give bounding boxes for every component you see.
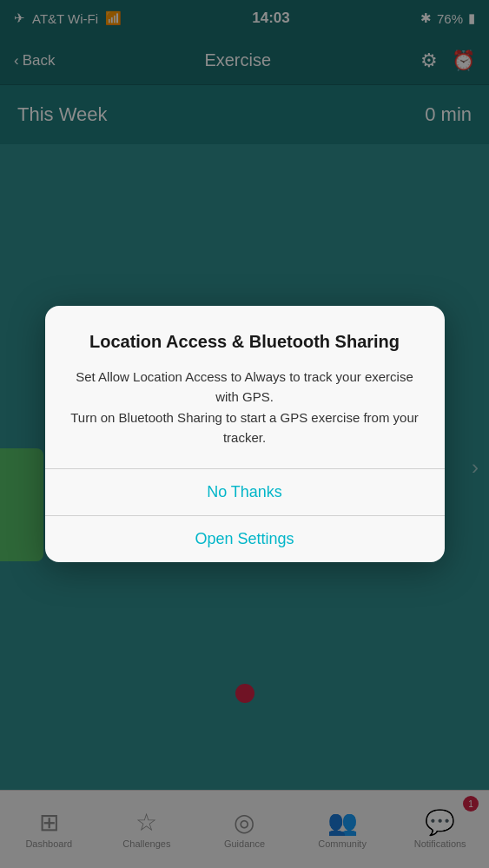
dialog-message: Set Allow Location Access to Always to t… [69,367,420,447]
dialog-content: Location Access & Bluetooth Sharing Set … [45,306,445,468]
no-thanks-button[interactable]: No Thanks [45,469,445,515]
open-settings-button[interactable]: Open Settings [45,516,445,562]
modal-overlay: Location Access & Bluetooth Sharing Set … [0,0,489,868]
location-dialog: Location Access & Bluetooth Sharing Set … [45,306,445,562]
dialog-title: Location Access & Bluetooth Sharing [69,330,420,353]
